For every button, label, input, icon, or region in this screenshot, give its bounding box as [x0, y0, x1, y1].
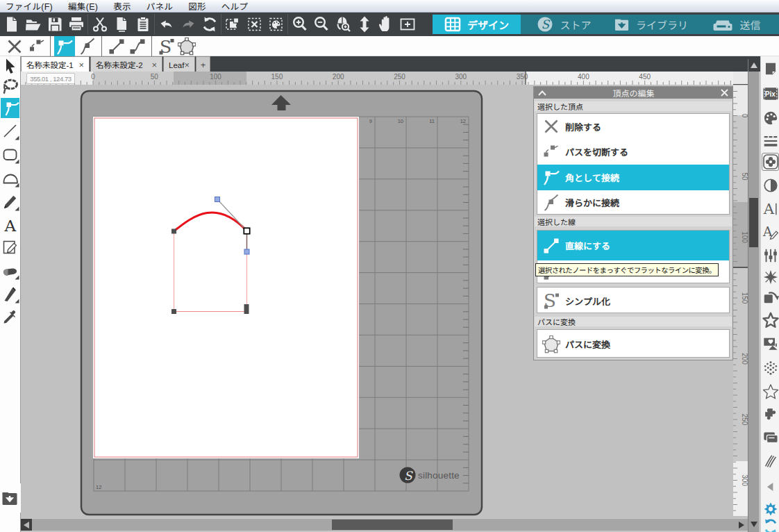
arc-tool[interactable] [1, 169, 19, 188]
path-node[interactable] [171, 309, 176, 314]
panel-item-simplify[interactable]: Sシンプル化 [537, 288, 729, 314]
draw-tool[interactable] [1, 192, 19, 212]
line-tool[interactable] [1, 122, 19, 141]
preferences-panel-button[interactable] [762, 500, 779, 518]
path-node[interactable] [171, 229, 176, 234]
zoom-out-button[interactable] [310, 14, 332, 35]
nav-tab-design[interactable]: デザイン [433, 15, 521, 34]
panel-item-smooth-connect[interactable]: 滑らかに接続 [537, 190, 729, 216]
scroll-right-icon[interactable] [736, 519, 747, 531]
shadow-panel-button[interactable] [762, 176, 779, 194]
panel-item-corner-connect[interactable]: 角として接続 [537, 165, 729, 190]
stamp-panel-button[interactable] [762, 335, 779, 353]
document-tab[interactable]: 名称未設定-1× [21, 56, 90, 72]
stipple-panel-button[interactable] [762, 359, 779, 377]
delete-point-tool[interactable] [4, 36, 25, 56]
smooth-connect-tool[interactable] [77, 36, 98, 56]
knife-tool[interactable] [1, 285, 19, 304]
close-tab-icon[interactable]: × [184, 58, 194, 71]
page-setup-panel-button[interactable] [762, 60, 779, 78]
paste-button[interactable] [132, 14, 153, 35]
panel-item-break-path[interactable]: パスを切断する [537, 140, 729, 165]
effects-panel-button[interactable] [762, 311, 779, 329]
menu-file[interactable]: ファイル(F) [6, 0, 60, 13]
drag-zoom-button[interactable] [353, 14, 375, 35]
nav-tab-library[interactable]: ライブラリ [608, 15, 694, 34]
close-panel-icon[interactable] [721, 89, 732, 97]
line-style-panel-button[interactable] [762, 132, 779, 150]
horizontal-scrollbar[interactable] [21, 518, 748, 531]
corner-connect-tool[interactable] [54, 36, 75, 56]
panel-titlebar[interactable]: 頂点の編集 [534, 87, 732, 99]
new-document-button[interactable] [1, 14, 22, 35]
collapse-sidebar-panel-button[interactable] [762, 478, 779, 496]
card-panel-button[interactable] [762, 429, 779, 447]
redo-all-button[interactable] [199, 14, 220, 35]
redo-button[interactable] [177, 14, 199, 35]
copy-button[interactable] [110, 14, 132, 35]
cut-button[interactable] [89, 14, 110, 35]
horizontal-scroll-thumb[interactable] [332, 519, 453, 530]
rhinestone-panel-button[interactable] [762, 383, 779, 401]
make-line-tool[interactable] [106, 36, 127, 56]
collapse-panel-icon[interactable] [534, 90, 546, 96]
open-button[interactable] [22, 14, 44, 35]
text-style-panel-button[interactable]: A [762, 200, 779, 218]
panel-item-convert-to-path[interactable]: パスに変換 [537, 330, 729, 358]
undo-button[interactable] [156, 14, 177, 35]
close-tab-icon[interactable]: × [151, 58, 162, 71]
offset-panel-button[interactable] [762, 268, 779, 286]
menu-panel[interactable]: パネル [139, 0, 181, 13]
menu-shapes[interactable]: 図形 [181, 0, 214, 13]
delete-selection-button[interactable] [244, 14, 265, 35]
zoom-in-button[interactable] [289, 14, 310, 35]
eraser-tool[interactable] [1, 261, 19, 281]
nav-tab-send[interactable]: 送信 [694, 15, 779, 34]
close-tab-icon[interactable]: × [78, 58, 89, 71]
scroll-left-icon[interactable] [21, 519, 32, 531]
edit-points[interactable] [1, 98, 19, 118]
panel-item-make-line[interactable]: 直線にする [537, 231, 729, 260]
save-button[interactable] [44, 14, 65, 35]
eyedropper-tool[interactable] [1, 307, 19, 326]
bezier-control-point[interactable] [215, 197, 220, 202]
break-path-tool[interactable] [26, 36, 47, 56]
sync-panel-button[interactable] [762, 517, 779, 532]
sketch-panel-button[interactable] [762, 452, 779, 470]
transform-panel-button[interactable] [762, 247, 779, 265]
simplify-tool[interactable]: S [156, 36, 177, 56]
menu-edit[interactable]: 編集(E) [60, 0, 106, 13]
note-tool[interactable] [1, 238, 19, 257]
puzzle-panel-button[interactable] [762, 406, 779, 424]
fill-selection-button[interactable] [265, 14, 287, 35]
path-node[interactable] [244, 309, 249, 314]
add-tab-button[interactable]: + [196, 56, 210, 72]
document-tab[interactable]: Leaf× [163, 56, 195, 72]
fit-to-page-button[interactable] [396, 14, 418, 35]
duplicate-selection-button[interactable] [222, 14, 244, 35]
scroll-up-icon[interactable] [748, 59, 759, 72]
panel-item-delete-node[interactable]: 削除する [537, 114, 729, 140]
print-button[interactable] [65, 14, 87, 35]
rectangle-tool[interactable] [1, 145, 19, 165]
pixscape-panel-button[interactable]: Pix [762, 85, 779, 103]
bezier-control-point[interactable] [244, 249, 249, 254]
make-curve-tool[interactable] [127, 36, 148, 56]
mouse-zoom-button[interactable] [332, 14, 353, 35]
nav-tab-store[interactable]: Sストア [521, 15, 608, 34]
select[interactable] [1, 57, 19, 76]
scroll-down-icon[interactable] [748, 519, 759, 530]
menu-view[interactable]: 表示 [106, 0, 139, 13]
fill-pattern-panel-button[interactable] [762, 153, 779, 171]
menu-help[interactable]: ヘルプ [214, 0, 256, 13]
modify-panel-button[interactable] [762, 288, 779, 306]
vertical-scroll-thumb[interactable] [749, 198, 758, 247]
pan-button[interactable] [375, 14, 396, 35]
lasso-select[interactable] [1, 77, 19, 97]
fill-color-panel-button[interactable] [762, 109, 779, 127]
vertical-scrollbar[interactable] [748, 59, 759, 532]
character-panel-button[interactable]: A [762, 223, 779, 241]
document-tab[interactable]: 名称未設定-2× [90, 56, 162, 72]
convert-to-path-tool[interactable] [176, 36, 197, 56]
selected-path-node[interactable] [244, 228, 249, 233]
